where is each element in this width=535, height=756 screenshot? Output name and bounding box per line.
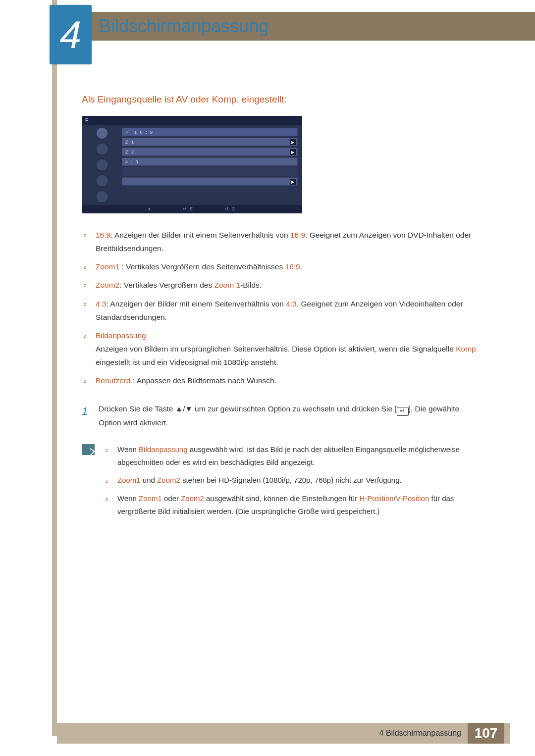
list-item: 4:3: Anzeigen der Bilder mit einem Seite… <box>82 297 483 324</box>
arrow-right-icon: ▶ <box>290 149 296 155</box>
hl-16-9b data-bind: 16:9 <box>285 262 300 271</box>
text: : Vertikales Vergrößern des <box>119 281 214 289</box>
text: eingestellt ist und ein Videosignal mit … <box>96 358 278 366</box>
osd-body: 1 6 : 9 Z 1▶ Z 2▶ 4 : 3 ▶ <box>82 125 302 205</box>
osd-footer-mid: E <box>190 206 194 211</box>
osd-row-16-9: 1 6 : 9 <box>122 128 298 136</box>
bullet-list: 16:9: Anzeigen der Bilder mit einem Seit… <box>82 228 483 387</box>
text: Anzeigen von Bildern im ursprünglichen S… <box>96 345 456 353</box>
osd-footer: ♦ ↵ E ↺ Z <box>82 205 302 213</box>
osd-row-4-3: 4 : 3 <box>122 157 298 166</box>
chapter-number: 4 <box>60 12 81 57</box>
osd-icon-source <box>97 144 107 154</box>
arrow-right-icon: ▶ <box>290 139 296 145</box>
hl-benutzerd: Benutzerd. <box>96 376 133 385</box>
text: : Anzeigen der Bilder mit einem Seitenve… <box>107 300 286 308</box>
hl-zoom2: Zoom2 <box>96 281 119 289</box>
page: 4 Bildschirmanpassung Als Eingangsquelle… <box>0 0 535 756</box>
list-item: Bildanpassung Anzeigen von Bildern im ur… <box>82 329 483 369</box>
text: : Vertikales Vergrößern des Seitenverhäl… <box>119 262 285 271</box>
hl-zoom1: Zoom1 <box>139 494 162 503</box>
list-item: Wenn Bildanpassung ausgewählt wird, ist … <box>104 443 483 469</box>
hl-zoom1: Zoom1 <box>117 476 141 484</box>
note-block: Wenn Bildanpassung ausgewählt wird, ist … <box>82 443 483 523</box>
osd-footer-nav: ♦ <box>148 206 154 211</box>
hl-bildanpassung: Bildanpassung <box>139 445 187 454</box>
step-number: 1 <box>82 402 90 429</box>
osd-row-label: Z 1 <box>125 140 135 145</box>
hl-hposition: H-Position <box>359 494 393 503</box>
note-icon <box>82 444 95 455</box>
list-item: Zoom2: Vertikales Vergrößern des Zoom 1-… <box>82 278 483 292</box>
text: ausgewählt sind, können die Einstellunge… <box>204 494 360 503</box>
step-text: Drücken Sie die Taste ▲/▼ um zur gewünsc… <box>99 402 483 429</box>
text: : Anpassen des Bildformats nach Wunsch. <box>133 376 276 385</box>
footer-text: 4 Bildschirmanpassung <box>379 729 461 738</box>
note-list: Wenn Bildanpassung ausgewählt wird, ist … <box>104 443 483 523</box>
osd-row-label: 1 6 : 9 <box>134 130 154 135</box>
footer-right-stripe <box>504 723 510 744</box>
hl-zoom2: Zoom2 <box>157 476 180 484</box>
osd-icon-setup <box>97 175 107 186</box>
list-item: Zoom1 und Zoom2 stehen bei HD-Signalen (… <box>104 474 483 487</box>
osd-icon-pip <box>97 191 107 202</box>
text: oder <box>162 494 181 503</box>
arrow-right-icon: ▶ <box>290 179 296 185</box>
hl-16-9: 16:9 <box>96 231 110 239</box>
osd-row-label: 4 : 3 <box>125 159 139 164</box>
footer-bar: 4 Bildschirmanpassung <box>57 723 468 744</box>
text: und <box>141 476 157 484</box>
content-area: Als Eingangsquelle ist AV oder Komp. ein… <box>82 94 483 523</box>
osd-row-fit <box>122 167 298 176</box>
hl-4-3: 4:3 <box>286 300 297 308</box>
osd-sidebar <box>82 125 122 205</box>
text: Wenn <box>117 494 139 503</box>
left-stripe <box>52 0 57 736</box>
list-item: Zoom1 : Vertikales Vergrößern des Seiten… <box>82 260 483 273</box>
list-item: Benutzerd.: Anpassen des Bildformats nac… <box>82 374 483 387</box>
chapter-tab: 4 <box>50 5 92 64</box>
hl-4-3: 4:3 <box>96 300 107 308</box>
osd-footer-return-icon: ↺ <box>225 206 232 211</box>
osd-icon-picture <box>97 128 107 139</box>
enter-icon <box>397 407 409 416</box>
osd-row-zoom2: Z 2▶ <box>122 148 298 156</box>
hl-zoom1: Zoom 1 <box>214 281 241 289</box>
osd-footer-enter-icon: ↵ <box>183 206 190 211</box>
step-1: 1 Drücken Sie die Taste ▲/▼ um zur gewün… <box>82 402 483 429</box>
section-heading: Als Eingangsquelle ist AV oder Komp. ein… <box>82 94 483 105</box>
osd-footer-right: Z <box>232 206 236 211</box>
chapter-title: Bildschirmanpassung <box>99 16 268 37</box>
hl-16-9: 16:9 <box>290 231 305 239</box>
hl-komp: Komp. <box>456 345 478 353</box>
list-item: Wenn Zoom1 oder Zoom2 ausgewählt sind, k… <box>104 492 483 518</box>
hl-zoom1: Zoom1 <box>96 262 119 271</box>
osd-row-zoom1: Z 1▶ <box>122 138 298 146</box>
text: . <box>300 262 302 271</box>
text: Wenn <box>117 445 139 454</box>
osd-title: F <box>82 116 302 125</box>
osd-main: 1 6 : 9 Z 1▶ Z 2▶ 4 : 3 ▶ <box>122 125 302 205</box>
text: Drücken Sie die Taste ▲/▼ um zur gewünsc… <box>99 404 397 413</box>
hl-bildanpassung: Bildanpassung <box>96 331 146 340</box>
page-number: 107 <box>468 723 504 744</box>
text: stehen bei HD-Signalen (1080i/p, 720p, 7… <box>180 476 402 484</box>
hl-vposition: V-Position <box>396 494 429 503</box>
hl-zoom2: Zoom2 <box>181 494 204 503</box>
osd-menu: F 1 6 : 9 Z 1▶ Z 2▶ 4 : 3 <box>82 116 302 213</box>
text: -Bilds. <box>240 281 262 289</box>
osd-row-custom: ▶ <box>122 177 298 186</box>
osd-row-label: Z 2 <box>125 150 135 154</box>
osd-icon-time <box>97 159 107 170</box>
list-item: 16:9: Anzeigen der Bilder mit einem Seit… <box>82 228 483 255</box>
text: : Anzeigen der Bilder mit einem Seitenve… <box>110 231 290 239</box>
